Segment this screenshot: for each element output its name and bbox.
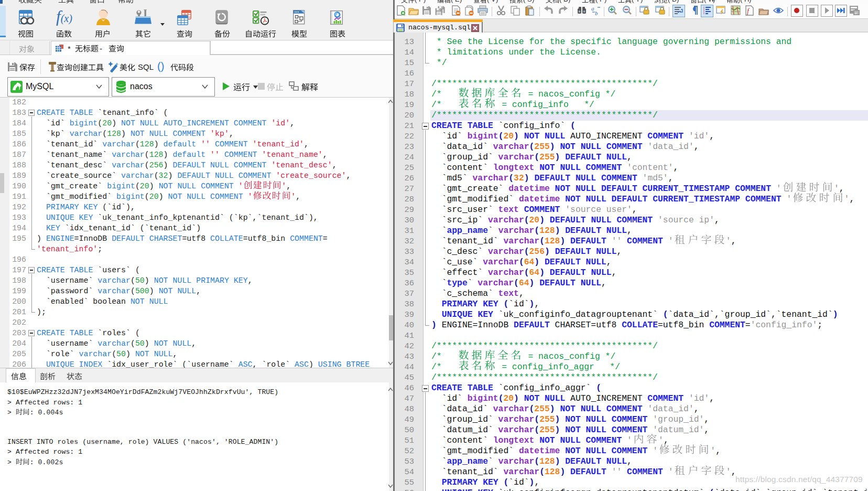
svg-text:a: a	[591, 5, 594, 12]
svg-text:b: b	[595, 10, 598, 16]
svg-text:u: u	[855, 12, 856, 15]
